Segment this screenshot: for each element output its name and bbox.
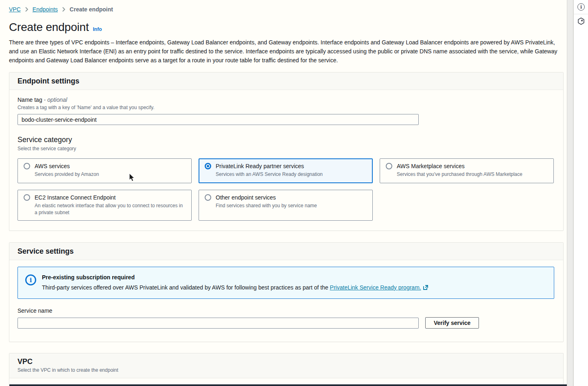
tile-privatelink-ready[interactable]: PrivateLink Ready partner services Servi… <box>199 158 373 183</box>
radio-other-endpoint-services[interactable] <box>205 194 211 201</box>
info-circle-icon: i <box>25 274 36 285</box>
main-content: VPC Endpoints Create endpoint Create end… <box>0 0 567 386</box>
resources-panel-button[interactable] <box>574 14 588 28</box>
info-icon: i <box>577 3 585 11</box>
radio-aws-marketplace[interactable] <box>386 163 392 169</box>
vpc-section-description: Select the VPC in which to create the en… <box>17 367 555 373</box>
vpc-card: VPC Select the VPC in which to create th… <box>9 353 564 386</box>
tile-title: AWS Marketplace services <box>397 163 465 169</box>
page-title: Create endpoint <box>9 21 89 34</box>
chevron-right-icon <box>62 7 66 12</box>
endpoint-settings-card: Endpoint settings Name tag - optional Cr… <box>9 72 564 231</box>
tile-other-endpoint-services[interactable]: Other endpoint services Find services sh… <box>199 190 373 221</box>
tile-description: Find services shared with you by service… <box>216 202 367 209</box>
breadcrumb-current: Create endpoint <box>70 6 113 13</box>
external-link-icon <box>423 285 428 292</box>
service-category-heading: Service category <box>17 136 555 144</box>
name-tag-optional: - optional <box>44 96 68 103</box>
vertical-scrollbar[interactable] <box>567 0 573 386</box>
breadcrumb: VPC Endpoints Create endpoint <box>9 6 567 13</box>
info-link[interactable]: Info <box>93 26 102 32</box>
endpoint-settings-title: Endpoint settings <box>17 77 555 86</box>
tile-title: PrivateLink Ready partner services <box>216 163 304 169</box>
privatelink-program-link[interactable]: PrivateLink Service Ready program. <box>330 284 428 291</box>
tile-title: AWS services <box>35 163 70 169</box>
banner-text-body: Third-party services offered over AWS Pr… <box>42 284 330 291</box>
radio-ec2-instance-connect[interactable] <box>24 194 30 201</box>
page-description: There are three types of VPC endpoints –… <box>9 38 561 65</box>
radio-aws-services[interactable] <box>24 163 30 169</box>
name-tag-label: Name tag - optional <box>17 96 555 103</box>
service-name-label: Service name <box>17 307 419 314</box>
tile-aws-marketplace[interactable]: AWS Marketplace services Services that y… <box>380 158 554 183</box>
vpc-section-title: VPC <box>17 357 555 366</box>
banner-title: Pre-existing subscription required <box>42 274 428 281</box>
create-endpoint-page: VPC Endpoints Create endpoint Create end… <box>0 0 588 386</box>
tile-title: EC2 Instance Connect Endpoint <box>35 194 116 201</box>
hexagon-dot-icon <box>577 17 585 25</box>
help-panel-rail: i <box>573 0 588 386</box>
chevron-right-icon <box>25 7 28 12</box>
service-name-input[interactable] <box>17 318 419 329</box>
vpc-select-top-edge <box>9 384 567 386</box>
help-panel-button[interactable]: i <box>574 0 588 14</box>
radio-privatelink-ready[interactable] <box>205 163 211 169</box>
banner-text: Third-party services offered over AWS Pr… <box>42 284 428 292</box>
service-settings-card: Service settings i Pre-existing subscrip… <box>9 242 564 342</box>
name-tag-label-text: Name tag <box>17 96 42 103</box>
verify-service-button[interactable]: Verify service <box>425 317 479 329</box>
service-category-options: AWS services Services provided by Amazon… <box>17 158 555 221</box>
service-category-description: Select the service category <box>17 146 555 151</box>
tile-ec2-instance-connect[interactable]: EC2 Instance Connect Endpoint An elastic… <box>17 190 192 221</box>
tile-description: Services with an AWS Service Ready desig… <box>216 171 367 178</box>
subscription-required-banner: i Pre-existing subscription required Thi… <box>17 267 554 299</box>
tile-description: Services provided by Amazon <box>35 171 186 178</box>
tile-description: An elastic network interface that allow … <box>35 202 185 216</box>
breadcrumb-endpoints[interactable]: Endpoints <box>33 6 58 13</box>
breadcrumb-vpc[interactable]: VPC <box>9 6 21 13</box>
tile-description: Services that you've purchased through A… <box>397 171 548 178</box>
tile-title: Other endpoint services <box>216 194 276 201</box>
name-tag-input[interactable] <box>17 114 419 125</box>
name-tag-description: Creates a tag with a key of 'Name' and a… <box>17 105 555 110</box>
tile-aws-services[interactable]: AWS services Services provided by Amazon <box>17 158 192 183</box>
service-settings-title: Service settings <box>17 247 555 256</box>
